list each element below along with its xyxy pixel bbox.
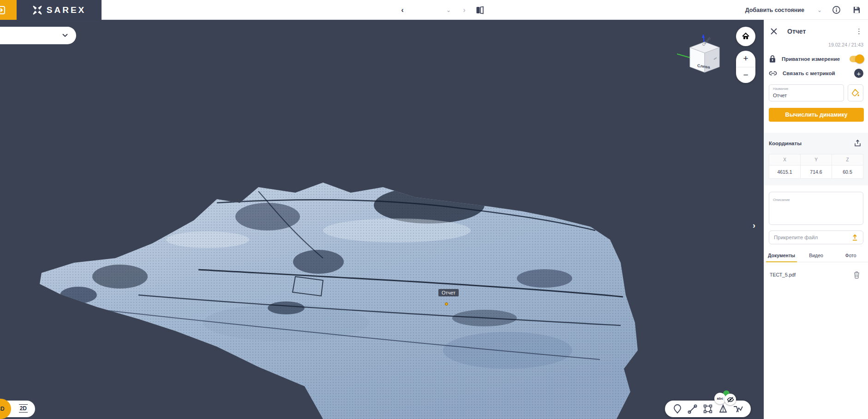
info-icon[interactable]	[830, 4, 842, 16]
save-icon[interactable]	[850, 4, 862, 16]
private-measure-toggle[interactable]	[850, 56, 863, 62]
upload-icon	[851, 234, 858, 241]
visibility-toggle-button[interactable]	[724, 394, 736, 405]
compare-icon[interactable]	[472, 2, 488, 18]
nav-forward-button[interactable]: ›	[456, 2, 472, 18]
state-navigation: ‹ ⌄ ›	[395, 0, 488, 20]
add-state-label: Добавить состояние	[745, 7, 804, 13]
report-panel: Отчет ⋮ 19.02.24 / 21:43 Приватное измер…	[764, 20, 868, 419]
description-placeholder: Описание	[773, 198, 790, 202]
sarex-logo-icon	[32, 5, 42, 15]
viewport-3d[interactable]: Слева Сверху + − › Отчет 3D 2D	[0, 20, 764, 419]
orientation-cube[interactable]: Слева Сверху	[677, 34, 732, 85]
kebab-menu-icon[interactable]: ⋮	[854, 27, 864, 35]
name-input-label: Название	[773, 87, 840, 91]
point-cloud-terrain	[0, 20, 764, 419]
zoom-controls: + −	[736, 51, 755, 83]
zoom-in-button[interactable]: +	[736, 51, 755, 67]
coord-value-z: 60.5	[832, 165, 863, 179]
close-icon[interactable]	[768, 25, 780, 37]
coordinates-title: Координаты	[769, 141, 851, 146]
topbar-right-actions: Добавить состояние ⌄	[745, 0, 862, 20]
tab-video[interactable]: Видео	[799, 250, 833, 262]
media-tabs: Документы Видео Фото	[764, 250, 868, 262]
measure-toolbar	[665, 401, 751, 417]
private-measure-label: Приватное измерение	[782, 56, 844, 62]
chevron-down-icon: ⌄	[817, 7, 822, 13]
coord-value-x: 4615.1	[769, 165, 801, 179]
add-state-dropdown[interactable]: Добавить состояние ⌄	[745, 7, 822, 13]
polyline-measure-tool-icon[interactable]	[687, 403, 699, 415]
tab-photo[interactable]: Фото	[833, 250, 868, 262]
export-icon[interactable]	[851, 137, 863, 149]
private-measure-row: Приватное измерение	[764, 52, 868, 66]
mode-2d-button[interactable]: 2D	[19, 404, 28, 413]
attach-file-label: Прикрепите файл	[774, 235, 851, 240]
layer-select-dropdown[interactable]	[0, 27, 76, 44]
description-textarea[interactable]: Описание	[769, 192, 863, 225]
brand-wordmark: SAREX	[47, 5, 86, 15]
measurement-timestamp: 19.02.24 / 21:43	[764, 39, 868, 52]
brand-logo[interactable]: SAREX	[17, 0, 102, 20]
coord-header-x: X	[769, 154, 801, 165]
elevation-profile-tool-icon[interactable]	[732, 403, 744, 415]
exit-icon	[0, 4, 8, 16]
color-fill-button[interactable]	[848, 84, 863, 101]
link-metric-row: Связать с метрикой +	[764, 66, 868, 81]
chevron-down-icon	[62, 34, 68, 37]
home-icon	[742, 32, 750, 41]
top-bar: SAREX ‹ ⌄ › Добавить состояние ⌄	[0, 0, 868, 20]
lock-icon	[769, 55, 776, 63]
home-view-button[interactable]	[736, 27, 755, 46]
name-input[interactable]: Название Отчет	[769, 84, 844, 101]
paint-bucket-icon	[851, 89, 860, 98]
zoom-out-button[interactable]: −	[736, 67, 755, 83]
coordinates-table: X Y Z 4615.1 714.6 60.5	[769, 154, 863, 179]
calc-dynamics-button[interactable]: Вычислить динамику	[769, 108, 864, 122]
state-dropdown-caret[interactable]: ⌄	[441, 2, 456, 18]
link-metric-label: Связать с метрикой	[783, 71, 849, 76]
volume-cone-tool-icon[interactable]	[717, 403, 729, 415]
tab-documents[interactable]: Документы	[764, 250, 799, 262]
point-marker-tool-icon[interactable]	[671, 403, 683, 415]
coord-header-z: Z	[832, 154, 863, 165]
nav-back-button[interactable]: ‹	[395, 2, 410, 18]
file-name: ТЕСТ_5.pdf	[770, 272, 850, 277]
measurement-marker-label[interactable]: Отчет	[438, 289, 459, 296]
trash-icon[interactable]	[850, 269, 862, 281]
name-input-value: Отчет	[773, 93, 787, 98]
panel-collapse-chevron[interactable]: ›	[753, 221, 755, 230]
measurement-marker-dot[interactable]	[445, 302, 448, 306]
panel-header: Отчет ⋮	[764, 20, 868, 39]
add-metric-button[interactable]: +	[854, 69, 863, 78]
attach-file-button[interactable]: Прикрепите файл	[769, 230, 863, 244]
view-mode-switch: 3D 2D	[0, 401, 35, 417]
link-icon	[769, 70, 777, 77]
polygon-area-tool-icon[interactable]	[702, 403, 714, 415]
panel-title: Отчет	[787, 28, 854, 35]
name-field-row: Название Отчет	[764, 81, 868, 105]
eye-slash-icon	[727, 396, 734, 403]
toggle-knob	[855, 54, 864, 64]
coord-value-y: 714.6	[801, 165, 832, 179]
mode-3d-button[interactable]: 3D	[0, 399, 11, 419]
file-list-item[interactable]: ТЕСТ_5.pdf	[764, 262, 868, 287]
coordinates-section: Координаты X Y Z 4615.1 714.6 60.5	[764, 133, 868, 185]
coord-header-y: Y	[801, 154, 832, 165]
exit-corner[interactable]	[0, 0, 17, 20]
